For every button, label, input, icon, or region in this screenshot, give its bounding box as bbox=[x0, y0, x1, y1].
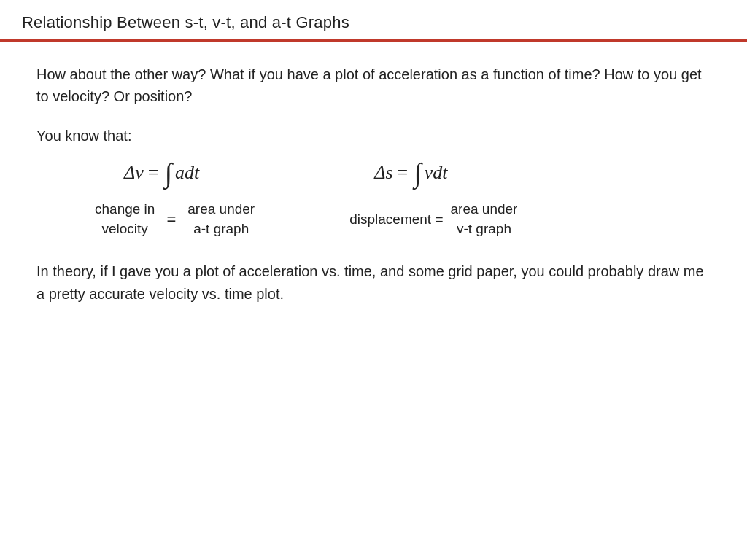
labels-row: change in velocity = area under a-t grap… bbox=[36, 200, 711, 238]
formula-lhs-right: Δs bbox=[374, 162, 392, 184]
label-area-line1-left: area under bbox=[187, 201, 255, 217]
formula-equals-right: = bbox=[398, 162, 409, 184]
formula-delta-s: Δs = ∫ vdt bbox=[374, 159, 447, 187]
label-change-in-line2: velocity bbox=[102, 221, 148, 236]
formula-rhs-left: adt bbox=[175, 162, 199, 184]
integral-right: ∫ bbox=[414, 159, 421, 187]
formulas-row: Δv = ∫ adt Δs = ∫ vdt bbox=[36, 159, 711, 187]
displacement-equals: = bbox=[435, 211, 443, 227]
conclusion-text: In theory, if I gave you a plot of accel… bbox=[36, 260, 711, 306]
label-area-under-right: area under v-t graph bbox=[451, 200, 518, 238]
label-change-in-line1: change in bbox=[95, 201, 155, 217]
label-change-in: change in velocity bbox=[95, 200, 155, 238]
label-left-group: change in velocity = area under a-t grap… bbox=[95, 200, 255, 238]
integral-left: ∫ bbox=[164, 159, 171, 187]
slide-content: How about the other way? What if you hav… bbox=[0, 42, 747, 320]
formula-equals-left: = bbox=[148, 162, 159, 184]
formula-lhs-left: Δv bbox=[124, 162, 144, 184]
label-area-line1-right: area under bbox=[451, 201, 518, 217]
formula-delta-v: Δv = ∫ adt bbox=[124, 159, 199, 187]
label-area-line2-right: v-t graph bbox=[457, 221, 511, 236]
formula-rhs-right: vdt bbox=[425, 162, 448, 184]
label-area-line2-left: a-t graph bbox=[193, 221, 249, 236]
slide-title: Relationship Between s-t, v-t, and a-t G… bbox=[22, 13, 349, 31]
displacement-text: displacement bbox=[349, 211, 431, 227]
you-know-text: You know that: bbox=[36, 128, 711, 144]
label-left-equals: = bbox=[166, 210, 176, 229]
label-displacement: displacement = bbox=[349, 211, 443, 228]
slide-container: Relationship Between s-t, v-t, and a-t G… bbox=[0, 0, 747, 560]
label-right-group: displacement = area under v-t graph bbox=[349, 200, 517, 238]
intro-text: How about the other way? What if you hav… bbox=[36, 63, 711, 107]
label-area-under-left: area under a-t graph bbox=[187, 200, 255, 238]
slide-header: Relationship Between s-t, v-t, and a-t G… bbox=[0, 0, 747, 42]
